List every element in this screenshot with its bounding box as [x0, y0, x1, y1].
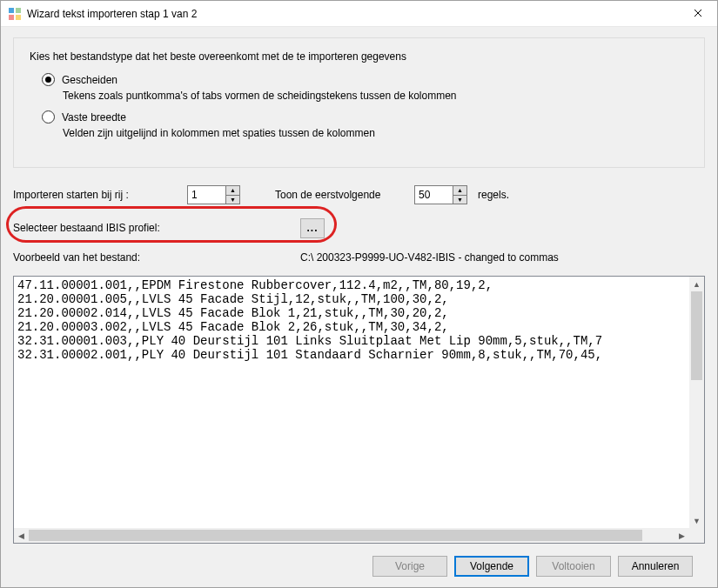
start-row-row: Importeren starten bij rij : ▲ ▼ Toon de…: [13, 185, 705, 204]
start-row-input[interactable]: [187, 185, 226, 204]
finish-button[interactable]: Voltooien: [536, 556, 611, 577]
svg-rect-1: [16, 8, 21, 13]
show-rows-label: Toon de eerstvolgende: [275, 189, 414, 201]
wizard-window: Wizard tekst importeren stap 1 van 2 Kie…: [0, 0, 718, 588]
wizard-buttons: Vorige Volgende Voltooien Annuleren: [13, 547, 705, 587]
window-title: Wizard tekst importeren stap 1 van 2: [27, 8, 678, 20]
spinner-down-icon[interactable]: ▼: [226, 196, 239, 204]
cancel-button[interactable]: Annuleren: [618, 556, 693, 577]
scroll-up-icon[interactable]: ▲: [689, 277, 704, 291]
profile-browse-button[interactable]: ...: [300, 218, 325, 238]
filetype-group: Kies het bestandstype dat het beste over…: [13, 37, 705, 168]
start-row-label: Importeren starten bij rij :: [13, 189, 187, 201]
show-rows-spinner[interactable]: ▲ ▼: [414, 185, 467, 204]
preview-label-row: Voorbeeld van het bestand: C:\ 200323-P9…: [13, 251, 705, 264]
scroll-left-icon[interactable]: ◀: [14, 528, 29, 543]
profile-row: Selecteer bestaand IBIS profiel: ...: [13, 210, 705, 246]
scroll-right-icon[interactable]: ▶: [674, 528, 689, 543]
wizard-content: Kies het bestandstype dat het beste over…: [1, 27, 717, 587]
preview-path: C:\ 200323-P9999-UO-V482-IBIS - changed …: [300, 251, 559, 264]
svg-rect-0: [9, 8, 14, 13]
scrollbar-horizontal[interactable]: ◀ ▶: [14, 528, 689, 543]
scroll-track[interactable]: [29, 528, 674, 543]
radio-icon: [42, 110, 55, 124]
app-icon: [8, 7, 22, 21]
preview-text: 47.11.00001.001,,EPDM Firestone Rubberco…: [14, 277, 704, 364]
scroll-track[interactable]: [689, 291, 704, 513]
start-row-spinner[interactable]: ▲ ▼: [187, 185, 240, 204]
window-close-button[interactable]: [678, 1, 717, 27]
close-icon: [694, 8, 702, 20]
scroll-thumb[interactable]: [29, 530, 642, 541]
titlebar: Wizard tekst importeren stap 1 van 2: [1, 1, 717, 27]
radio-delimited-label: Gescheiden: [62, 74, 117, 86]
radio-delimited-desc: Tekens zoals puntkomma's of tabs vormen …: [63, 90, 688, 102]
svg-rect-2: [9, 15, 14, 20]
scroll-down-icon[interactable]: ▼: [689, 513, 704, 528]
radio-fixedwidth-desc: Velden zijn uitgelijnd in kolommen met s…: [63, 127, 688, 139]
radio-fixedwidth-label: Vaste breedte: [62, 111, 126, 124]
preview-label: Voorbeeld van het bestand:: [13, 251, 300, 264]
show-rows-suffix: regels.: [478, 189, 509, 201]
prev-button[interactable]: Vorige: [372, 556, 447, 577]
spinner-down-icon[interactable]: ▼: [453, 196, 466, 204]
radio-fixedwidth[interactable]: Vaste breedte: [42, 110, 688, 124]
scroll-corner: [689, 528, 704, 543]
next-button[interactable]: Volgende: [454, 556, 529, 577]
preview-box: 47.11.00001.001,,EPDM Firestone Rubberco…: [13, 276, 705, 544]
spinner-up-icon[interactable]: ▲: [453, 186, 466, 196]
radio-delimited[interactable]: Gescheiden: [42, 73, 688, 86]
filetype-prompt: Kies het bestandstype dat het beste over…: [30, 50, 688, 63]
scrollbar-vertical[interactable]: ▲ ▼: [689, 277, 704, 528]
radio-icon: [42, 73, 55, 86]
scroll-thumb[interactable]: [691, 291, 702, 380]
show-rows-input[interactable]: [414, 185, 453, 204]
profile-label: Selecteer bestaand IBIS profiel:: [13, 222, 300, 234]
spinner-up-icon[interactable]: ▲: [226, 186, 239, 196]
svg-rect-3: [16, 15, 21, 20]
